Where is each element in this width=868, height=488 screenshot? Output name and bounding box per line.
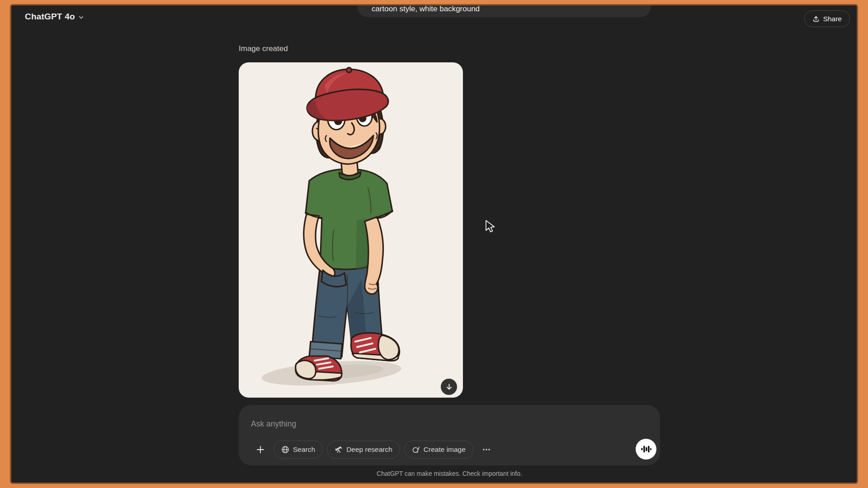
- user-message-bubble: cartoon style, white background: [357, 5, 651, 17]
- share-button[interactable]: Share: [804, 10, 850, 27]
- composer-toolbar: Search Deep research Create image: [251, 441, 495, 459]
- search-tool-button[interactable]: Search: [274, 441, 323, 459]
- globe-icon: [281, 446, 289, 454]
- attach-button[interactable]: [251, 441, 269, 459]
- boy-red-cap: [307, 68, 388, 121]
- image-status-label: Image created: [239, 43, 288, 54]
- share-label: Share: [823, 15, 842, 23]
- voice-mode-button[interactable]: [636, 439, 656, 460]
- download-icon: [445, 383, 453, 391]
- message-input[interactable]: Ask anything: [251, 419, 296, 429]
- voice-waveform-icon: [641, 444, 651, 455]
- more-tools-button[interactable]: [477, 441, 495, 459]
- deep-research-tool-button[interactable]: Deep research: [327, 441, 400, 459]
- ellipsis-icon: [482, 446, 491, 454]
- user-message-text: cartoon style, white background: [372, 5, 480, 14]
- create-image-tool-label: Create image: [424, 446, 466, 454]
- model-label: ChatGPT 4o: [25, 12, 75, 22]
- mouse-cursor: [485, 220, 497, 235]
- generated-image[interactable]: [239, 62, 463, 398]
- composer: Ask anything Search: [239, 405, 660, 465]
- model-switcher[interactable]: ChatGPT 4o: [25, 12, 84, 22]
- paintbrush-image-icon: [412, 446, 420, 454]
- disclaimer-text: ChatGPT can make mistakes. Check importa…: [239, 470, 660, 477]
- plus-icon: [256, 445, 265, 454]
- chevron-down-icon: [78, 14, 84, 20]
- search-tool-label: Search: [293, 446, 315, 454]
- cartoon-boy-illustration: [239, 62, 463, 398]
- deep-research-tool-label: Deep research: [346, 446, 392, 454]
- telescope-icon: [335, 446, 343, 454]
- share-icon: [812, 15, 820, 23]
- download-button[interactable]: [441, 379, 457, 395]
- chatgpt-window: ChatGPT 4o Share cartoon style, white ba…: [11, 5, 857, 483]
- create-image-tool-button[interactable]: Create image: [404, 441, 473, 459]
